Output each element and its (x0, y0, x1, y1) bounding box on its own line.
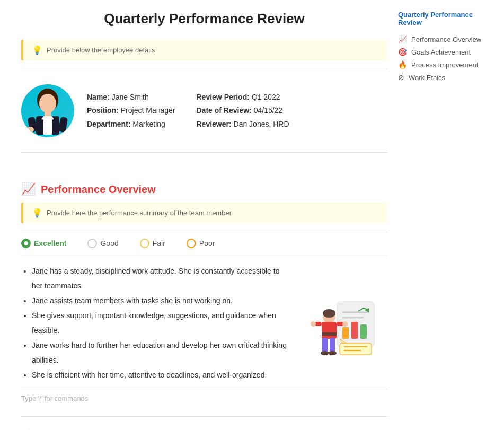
detail-col-left: Name: Jane Smith Position: Project Manag… (87, 91, 175, 131)
divider-3 (21, 416, 387, 417)
position-label: Position: (87, 106, 119, 115)
svg-rect-13 (342, 327, 349, 339)
svg-rect-14 (351, 322, 358, 339)
radio-good[interactable] (87, 239, 97, 248)
bullet-3: She gives support, important knowledge, … (32, 308, 292, 338)
svg-point-18 (323, 309, 335, 318)
employee-position-row: Position: Project Manager (87, 104, 175, 117)
sidebar-process-icon: 🔥 (398, 60, 407, 69)
employee-details: Name: Jane Smith Position: Project Manag… (87, 91, 289, 131)
sidebar-title: Quarterly Performance Review (398, 11, 493, 27)
sidebar-item-process[interactable]: 🔥 Process Improvement (398, 58, 493, 71)
svg-point-24 (328, 351, 337, 355)
bullet-2: Jane assists team members with tasks she… (32, 293, 292, 308)
review-period-value: Q1 2022 (252, 93, 280, 101)
label-fair: Fair (153, 239, 165, 248)
label-good: Good (100, 239, 118, 248)
date-row: Date of Review: 04/15/22 (197, 104, 289, 117)
rating-fair[interactable]: Fair (140, 239, 165, 248)
bulb-icon: 💡 (32, 45, 42, 55)
svg-rect-15 (360, 324, 367, 339)
performance-content: Jane has a steady, disciplined work atti… (21, 264, 387, 382)
svg-point-27 (311, 321, 316, 327)
review-period-label: Review Period: (197, 93, 250, 101)
rating-poor[interactable]: Poor (187, 239, 215, 248)
date-label: Date of Review: (197, 106, 252, 115)
name-label: Name: (87, 93, 110, 101)
radio-poor[interactable] (187, 239, 196, 248)
review-period-row: Review Period: Q1 2022 (197, 91, 289, 104)
detail-col-right: Review Period: Q1 2022 Date of Review: 0… (197, 91, 289, 131)
sidebar-performance-label: Performance Overview (411, 36, 481, 43)
sidebar-goals-label: Goals Achievement (411, 48, 471, 56)
rating-row[interactable]: Excellent Good Fair Poor (21, 232, 387, 255)
performance-icon: 📈 (21, 182, 36, 196)
radio-excellent[interactable] (21, 239, 31, 248)
sidebar-item-ethics[interactable]: ⊘ Work Ethics (398, 71, 493, 84)
employee-department-row: Department: Marketing (87, 118, 175, 131)
department-label: Department: (87, 120, 130, 128)
svg-rect-29 (340, 343, 372, 355)
command-hint: Type '/' for commands (21, 389, 387, 408)
svg-point-1 (39, 94, 56, 113)
sidebar-item-goals[interactable]: 🎯 Goals Achievement (398, 46, 493, 58)
sidebar: Quarterly Performance Review 📈 Performan… (387, 11, 493, 430)
performance-bullets: Jane has a steady, disciplined work atti… (21, 264, 292, 382)
bulb-icon-2: 💡 (32, 208, 42, 218)
reviewer-value: Dan Jones, HRD (234, 120, 289, 128)
name-value: Jane Smith (112, 93, 149, 101)
performance-illustration (303, 264, 387, 382)
sidebar-process-label: Process Improvement (411, 61, 478, 69)
bullet-4: Jane works hard to further her education… (32, 338, 292, 367)
performance-section-heading: 📈 Performance Overview (21, 182, 387, 196)
label-excellent: Excellent (34, 239, 66, 248)
employee-hint-text: Provide below the employee details. (47, 46, 157, 54)
bullet-5: She is efficient with her time, attentiv… (32, 367, 292, 382)
rating-good[interactable]: Good (87, 239, 118, 248)
svg-rect-22 (330, 338, 335, 353)
sidebar-item-performance[interactable]: 📈 Performance Overview (398, 33, 493, 46)
svg-rect-9 (58, 117, 68, 133)
rating-excellent[interactable]: Excellent (21, 239, 66, 248)
svg-rect-19 (322, 322, 337, 339)
label-poor: Poor (199, 239, 215, 248)
bullet-1: Jane has a steady, disciplined work atti… (32, 264, 292, 293)
reviewer-label: Reviewer: (197, 120, 232, 128)
employee-card: Name: Jane Smith Position: Project Manag… (21, 78, 387, 144)
employee-name-row: Name: Jane Smith (87, 91, 175, 104)
sidebar-ethics-icon: ⊘ (398, 73, 404, 82)
svg-rect-20 (322, 332, 337, 336)
performance-hint-box: 💡 Provide here the performance summary o… (21, 203, 387, 223)
position-value: Project Manager (121, 106, 175, 115)
avatar (21, 84, 74, 137)
reviewer-row: Reviewer: Dan Jones, HRD (197, 118, 289, 131)
department-value: Marketing (132, 120, 165, 128)
date-value: 04/15/22 (254, 106, 283, 115)
sidebar-performance-icon: 📈 (398, 35, 407, 43)
employee-hint-box: 💡 Provide below the employee details. (21, 40, 387, 60)
performance-title: Performance Overview (41, 183, 156, 196)
performance-hint-text: Provide here the performance summary of … (47, 209, 232, 217)
svg-rect-21 (322, 338, 328, 353)
radio-fair[interactable] (140, 239, 149, 248)
divider-2 (21, 152, 387, 153)
sidebar-ethics-label: Work Ethics (409, 74, 445, 82)
page-title: Quarterly Performance Review (21, 11, 387, 27)
divider-1 (21, 69, 387, 69)
svg-point-23 (321, 351, 329, 355)
sidebar-goals-icon: 🎯 (398, 48, 407, 56)
svg-point-28 (342, 321, 348, 327)
